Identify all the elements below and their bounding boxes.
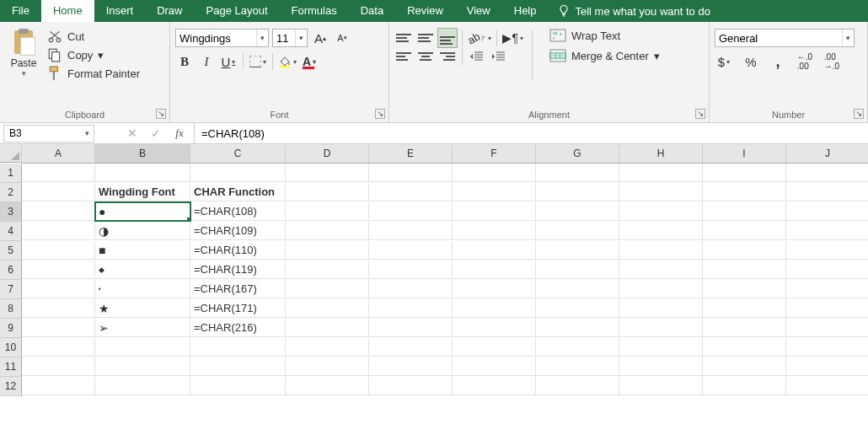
tab-file[interactable]: File bbox=[0, 0, 41, 22]
cell-D4[interactable] bbox=[286, 222, 369, 240]
cell-C12[interactable] bbox=[190, 377, 286, 395]
cell-B12[interactable] bbox=[95, 377, 190, 395]
align-middle-button[interactable] bbox=[416, 29, 435, 47]
cell-I6[interactable] bbox=[703, 260, 786, 279]
cell-H3[interactable] bbox=[619, 202, 703, 221]
cell-D11[interactable] bbox=[286, 357, 369, 376]
cell-E6[interactable] bbox=[369, 260, 453, 279]
font-size-combo[interactable]: ▾ bbox=[272, 29, 308, 47]
row-header-3[interactable]: 3 bbox=[0, 202, 22, 222]
cell-D3[interactable] bbox=[286, 202, 369, 221]
paste-button[interactable]: Paste ▾ bbox=[5, 25, 42, 122]
spreadsheet-grid[interactable]: ABCDEFGHIJK12Wingding FontCHAR Function3… bbox=[0, 144, 868, 396]
cell-J4[interactable] bbox=[786, 222, 868, 240]
percent-button[interactable]: % bbox=[742, 52, 760, 71]
tab-draw[interactable]: Draw bbox=[145, 0, 194, 22]
merge-center-button[interactable]: Merge & Center ▾ bbox=[548, 47, 662, 64]
cell-C8[interactable]: =CHAR(171) bbox=[190, 299, 286, 318]
select-all-corner[interactable] bbox=[0, 144, 22, 163]
comma-button[interactable]: , bbox=[769, 52, 787, 71]
cell-F7[interactable] bbox=[453, 280, 536, 298]
cell-F6[interactable] bbox=[453, 260, 536, 279]
border-button[interactable]: ▾ bbox=[249, 52, 267, 71]
cell-C9[interactable]: =CHAR(216) bbox=[190, 319, 286, 337]
number-format-combo[interactable]: ▾ bbox=[715, 29, 855, 47]
cell-B8[interactable]: ★ bbox=[95, 299, 190, 318]
column-header-F[interactable]: F bbox=[453, 144, 536, 164]
column-header-C[interactable]: C bbox=[190, 144, 286, 164]
cell-B3[interactable]: ● bbox=[95, 202, 190, 221]
cell-H4[interactable] bbox=[619, 222, 703, 240]
cell-E2[interactable] bbox=[369, 183, 453, 201]
row-header-7[interactable]: 7 bbox=[0, 280, 22, 299]
font-color-dropdown-icon[interactable]: ▾ bbox=[313, 58, 316, 66]
cell-E10[interactable] bbox=[369, 338, 453, 357]
cell-I11[interactable] bbox=[703, 357, 786, 376]
cell-A11[interactable] bbox=[22, 357, 95, 376]
cell-I7[interactable] bbox=[703, 280, 786, 298]
cell-I1[interactable] bbox=[703, 164, 786, 182]
cell-F12[interactable] bbox=[453, 377, 536, 395]
column-header-J[interactable]: J bbox=[786, 144, 868, 164]
cell-H7[interactable] bbox=[619, 280, 703, 298]
clipboard-launcher[interactable]: ↘ bbox=[156, 109, 166, 119]
cell-G8[interactable] bbox=[536, 299, 619, 318]
cell-J11[interactable] bbox=[786, 357, 868, 376]
cell-C2[interactable]: CHAR Function bbox=[190, 183, 286, 201]
tab-page-layout[interactable]: Page Layout bbox=[195, 0, 280, 22]
insert-function-button[interactable]: fx bbox=[172, 126, 187, 140]
align-right-button[interactable] bbox=[438, 47, 457, 66]
cell-J2[interactable] bbox=[786, 183, 868, 201]
underline-dropdown-icon[interactable]: ▾ bbox=[232, 58, 235, 66]
cell-J9[interactable] bbox=[786, 319, 868, 337]
decrease-decimal-button[interactable]: .00→.0 bbox=[822, 52, 841, 71]
row-header-9[interactable]: 9 bbox=[0, 319, 22, 338]
cell-H12[interactable] bbox=[619, 377, 703, 395]
font-color-button[interactable]: A ▾ bbox=[300, 52, 319, 71]
tab-insert[interactable]: Insert bbox=[94, 0, 146, 22]
font-name-input[interactable] bbox=[176, 32, 256, 45]
name-box[interactable]: ▾ bbox=[3, 125, 94, 142]
align-left-button[interactable] bbox=[394, 47, 413, 66]
cut-button[interactable]: Cut bbox=[46, 29, 142, 44]
row-header-6[interactable]: 6 bbox=[0, 260, 22, 280]
cell-G6[interactable] bbox=[536, 260, 619, 279]
cell-I9[interactable] bbox=[703, 319, 786, 337]
bold-button[interactable]: B bbox=[175, 52, 194, 71]
cell-E3[interactable] bbox=[369, 202, 453, 221]
cell-A10[interactable] bbox=[22, 338, 95, 357]
column-header-I[interactable]: I bbox=[703, 144, 786, 164]
align-bottom-button[interactable] bbox=[438, 29, 457, 47]
cell-J3[interactable] bbox=[786, 202, 868, 221]
cell-D8[interactable] bbox=[286, 299, 369, 318]
cell-I2[interactable] bbox=[703, 183, 786, 201]
cell-I3[interactable] bbox=[703, 202, 786, 221]
cell-J10[interactable] bbox=[786, 338, 868, 357]
cell-H5[interactable] bbox=[619, 241, 703, 260]
orientation-button[interactable]: ab↗▾ bbox=[468, 29, 491, 47]
cell-C5[interactable]: =CHAR(110) bbox=[190, 241, 286, 260]
cell-H1[interactable] bbox=[619, 164, 703, 182]
paste-dropdown-icon[interactable]: ▾ bbox=[22, 69, 26, 78]
font-size-input[interactable] bbox=[273, 32, 295, 45]
font-name-dropdown-icon[interactable]: ▾ bbox=[256, 30, 268, 46]
cell-J5[interactable] bbox=[786, 241, 868, 260]
tab-help[interactable]: Help bbox=[502, 0, 549, 22]
cell-A9[interactable] bbox=[22, 319, 95, 337]
formula-cancel-button[interactable]: ✕ bbox=[125, 126, 140, 140]
cell-C7[interactable]: =CHAR(167) bbox=[190, 280, 286, 298]
cell-E11[interactable] bbox=[369, 357, 453, 376]
cell-D5[interactable] bbox=[286, 241, 369, 260]
cell-E5[interactable] bbox=[369, 241, 453, 260]
cell-F9[interactable] bbox=[453, 319, 536, 337]
cell-I10[interactable] bbox=[703, 338, 786, 357]
column-header-H[interactable]: H bbox=[619, 144, 703, 164]
cell-B10[interactable] bbox=[95, 338, 190, 357]
cell-D6[interactable] bbox=[286, 260, 369, 279]
cell-J12[interactable] bbox=[786, 377, 868, 395]
cell-J8[interactable] bbox=[786, 299, 868, 318]
tab-review[interactable]: Review bbox=[395, 0, 455, 22]
cell-B1[interactable] bbox=[95, 164, 190, 182]
cell-F3[interactable] bbox=[453, 202, 536, 221]
row-header-4[interactable]: 4 bbox=[0, 222, 22, 241]
